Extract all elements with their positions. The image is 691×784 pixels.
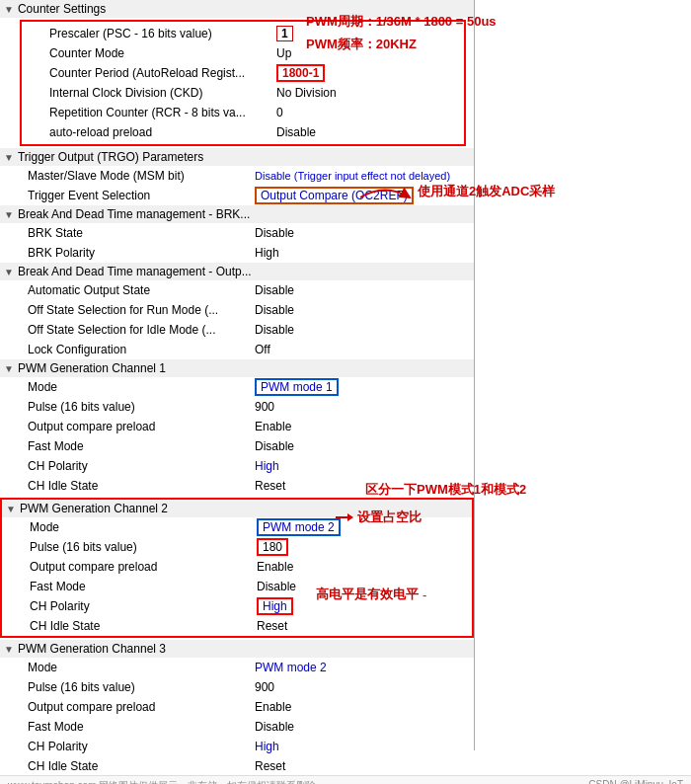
pwm-ch1-header[interactable]: ▼ PWM Generation Channel 1 — [0, 359, 474, 377]
lock-config-value: Off — [255, 343, 466, 356]
counter-settings-title: Counter Settings — [18, 2, 106, 16]
trigger-output-header[interactable]: ▼ Trigger Output (TRGO) Parameters — [0, 148, 474, 166]
ch3-preload-label: Output compare preload — [28, 700, 255, 714]
brk-polarity-value: High — [255, 246, 466, 260]
ch1-pulse-row: Pulse (16 bits value) 900 — [0, 397, 474, 417]
ch1-mode-value: PWM mode 1 — [255, 380, 466, 394]
ch2-polarity-box: High — [257, 597, 293, 615]
brk-state-label: BRK State — [28, 226, 255, 240]
counter-period-row: Counter Period (AutoReload Regist... 180… — [22, 63, 464, 83]
pwm-annotation: PWM周期：1/36M * 1800 = 50us PWM频率：20KHZ — [306, 10, 497, 56]
ch3-idle-row: CH Idle State Reset — [0, 756, 474, 776]
ch3-mode-row: Mode PWM mode 2 — [0, 658, 474, 677]
auto-output-label: Automatic Output State — [28, 283, 255, 297]
ch3-pulse-label: Pulse (16 bits value) — [28, 680, 255, 694]
counter-period-box: 1800-1 — [276, 64, 325, 82]
pwm-ch1-section: ▼ PWM Generation Channel 1 Mode PWM mode… — [0, 359, 474, 496]
ch1-polarity-row: CH Polarity High — [0, 456, 474, 476]
ch1-preload-row: Output compare preload Enable — [0, 417, 474, 436]
ch3-idle-label: CH Idle State — [28, 759, 255, 773]
trigger-output-title: Trigger Output (TRGO) Parameters — [18, 150, 203, 164]
break-out-header[interactable]: ▼ Break And Dead Time management - Outp.… — [0, 263, 474, 280]
ch2-preload-row: Output compare preload Enable — [2, 557, 472, 577]
ch2-fast-label: Fast Mode — [30, 580, 257, 593]
ch1-fast-value: Disable — [255, 439, 466, 453]
off-state-run-row: Off State Selection for Run Mode (... Di… — [0, 300, 474, 320]
master-slave-label: Master/Slave Mode (MSM bit) — [28, 169, 255, 183]
footer: www.toymoban.com 网络图片仅供展示，非存储，如有侵权请联系删除。… — [0, 775, 691, 784]
clock-div-row: Internal Clock Division (CKD) No Divisio… — [22, 83, 464, 103]
ch3-mode-label: Mode — [28, 661, 255, 674]
pwm-ch1-title: PWM Generation Channel 1 — [18, 361, 166, 375]
clock-div-value: No Division — [276, 86, 456, 100]
vertical-divider — [474, 0, 475, 750]
ch2-polarity-label: CH Polarity — [30, 599, 257, 613]
auto-output-value: Disable — [255, 283, 466, 297]
autoreload-row: auto-reload preload Disable — [22, 122, 464, 142]
trigger-event-label: Trigger Event Selection — [28, 189, 255, 202]
prescaler-box: 1 — [276, 26, 293, 41]
ch1-pulse-label: Pulse (16 bits value) — [28, 400, 255, 414]
brk-state-value: Disable — [255, 226, 466, 240]
brk-arrow: ▼ — [4, 209, 14, 220]
ch3-arrow: ▼ — [4, 644, 14, 655]
autoreload-value: Disable — [276, 125, 456, 139]
rep-counter-label: Repetition Counter (RCR - 8 bits va... — [49, 106, 276, 119]
ch2-annotation2-text: 设置占空比 — [357, 509, 422, 526]
ch2-mode-label: Mode — [30, 520, 257, 534]
out-title: Break And Dead Time management - Outp... — [18, 265, 252, 278]
ch2-pulse-box: 180 — [257, 538, 288, 556]
auto-output-row: Automatic Output State Disable — [0, 280, 474, 300]
ch2-mode-box: PWM mode 2 — [257, 518, 341, 536]
footer-left: www.toymoban.com 网络图片仅供展示，非存储，如有侵权请联系删除。 — [8, 779, 326, 784]
ch2-annotation1-text: 区分一下PWM模式1和模式2 — [365, 481, 526, 499]
ch2-pulse-row: Pulse (16 bits value) 180 — [2, 537, 472, 557]
ch2-polarity-annotation: 高电平是有效电平 - — [316, 586, 426, 603]
ch2-mode-annotation: 区分一下PWM模式1和模式2 — [365, 481, 526, 499]
ch1-preload-label: Output compare preload — [28, 420, 255, 433]
ch1-idle-label: CH Idle State — [28, 479, 255, 493]
pwm-ch3-header[interactable]: ▼ PWM Generation Channel 3 — [0, 640, 474, 658]
lock-config-row: Lock Configuration Off — [0, 340, 474, 359]
out-arrow: ▼ — [4, 267, 14, 277]
ch1-polarity-label: CH Polarity — [28, 459, 255, 473]
ch1-fast-row: Fast Mode Disable — [0, 436, 474, 456]
ch1-mode-row: Mode PWM mode 1 — [0, 377, 474, 397]
ch1-mode-box: PWM mode 1 — [255, 378, 339, 396]
rep-counter-row: Repetition Counter (RCR - 8 bits va... 0 — [22, 103, 464, 122]
ch1-mode-label: Mode — [28, 380, 255, 394]
trigger-annotation-text: 使用通道2触发ADC采样 — [418, 183, 555, 200]
ch3-pulse-row: Pulse (16 bits value) 900 — [0, 677, 474, 697]
ch2-pulse-label: Pulse (16 bits value) — [30, 540, 257, 554]
ch2-arrow: ▼ — [6, 504, 16, 514]
collapse-arrow: ▼ — [4, 4, 14, 15]
break-dead-out-section: ▼ Break And Dead Time management - Outp.… — [0, 263, 474, 359]
ch2-annotation3-dash: - — [422, 588, 426, 602]
prescaler-label: Prescaler (PSC - 16 bits value) — [49, 27, 276, 40]
trigger-arrow-svg — [355, 178, 415, 217]
ch2-annotation3-text: 高电平是有效电平 — [316, 586, 419, 603]
counter-mode-label: Counter Mode — [49, 46, 276, 60]
svg-marker-1 — [347, 513, 353, 521]
page-wrapper: ▼ Counter Settings Prescaler (PSC - 16 b… — [0, 0, 691, 784]
off-state-idle-value: Disable — [255, 323, 466, 337]
ch2-idle-row: CH Idle State Reset — [2, 616, 472, 636]
pulse-arrow-svg — [336, 510, 353, 524]
counter-period-value: 1800-1 — [276, 66, 456, 80]
pwm-annotation-line1: PWM周期：1/36M * 1800 = 50us — [306, 14, 497, 29]
rep-counter-value: 0 — [276, 106, 456, 119]
ch3-mode-value: PWM mode 2 — [255, 661, 466, 674]
ch3-preload-row: Output compare preload Enable — [0, 697, 474, 717]
ch3-idle-value: Reset — [255, 759, 466, 773]
ch1-pulse-value: 900 — [255, 400, 466, 414]
autoreload-label: auto-reload preload — [49, 125, 276, 139]
lock-config-label: Lock Configuration — [28, 343, 255, 356]
trigger-collapse-arrow: ▼ — [4, 152, 14, 163]
ch1-fast-label: Fast Mode — [28, 439, 255, 453]
ch3-fast-label: Fast Mode — [28, 720, 255, 734]
brk-polarity-label: BRK Polarity — [28, 246, 255, 260]
ch3-fast-value: Disable — [255, 720, 466, 734]
brk-polarity-row: BRK Polarity High — [0, 243, 474, 263]
ch2-preload-label: Output compare preload — [30, 560, 257, 574]
ch2-preload-value: Enable — [257, 560, 464, 574]
